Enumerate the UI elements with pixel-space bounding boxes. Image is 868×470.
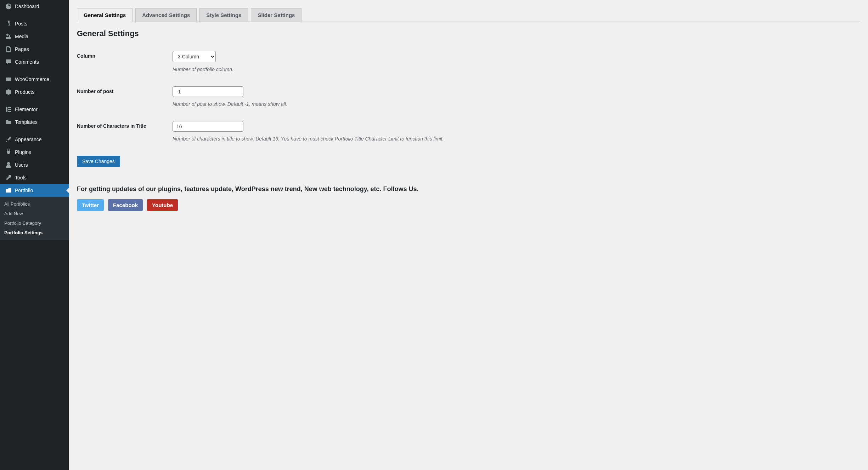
portfolio-icon <box>5 187 12 194</box>
svg-point-5 <box>7 162 10 165</box>
tab-general-settings[interactable]: General Settings <box>77 8 133 22</box>
submenu-item-all-portfolios[interactable]: All Portfolios <box>0 199 69 209</box>
settings-tabs: General Settings Advanced Settings Style… <box>77 8 860 22</box>
sidebar-item-label: WooCommerce <box>15 76 49 82</box>
admin-sidebar: Dashboard Posts Media Pages Commen <box>0 0 69 470</box>
portfolio-submenu: All Portfolios Add New Portfolio Categor… <box>0 197 69 240</box>
chars-label: Number of Characters in Title <box>77 121 173 129</box>
sidebar-item-elementor[interactable]: Elementor <box>0 103 69 116</box>
column-select[interactable]: 3 Column <box>173 51 216 62</box>
save-button[interactable]: Save Changes <box>77 156 120 167</box>
submenu-item-add-new[interactable]: Add New <box>0 209 69 218</box>
sidebar-item-media[interactable]: Media <box>0 30 69 43</box>
media-icon <box>5 33 12 40</box>
svg-rect-0 <box>6 78 11 81</box>
sidebar-item-label: Users <box>15 162 28 168</box>
main-content: General Settings Advanced Settings Style… <box>69 0 868 470</box>
tab-advanced-settings[interactable]: Advanced Settings <box>135 8 197 22</box>
sidebar-item-pages[interactable]: Pages <box>0 43 69 56</box>
column-label: Column <box>77 51 173 59</box>
column-hint: Number of portfolio column. <box>173 67 860 72</box>
sidebar-item-label: Plugins <box>15 149 31 155</box>
sidebar-item-label: Tools <box>15 175 27 180</box>
elementor-icon <box>5 106 12 113</box>
sidebar-item-label: Pages <box>15 46 29 52</box>
sidebar-item-users[interactable]: Users <box>0 159 69 171</box>
submenu-item-portfolio-settings[interactable]: Portfolio Settings <box>0 228 69 237</box>
social-links: Twitter Facebook Youtube <box>77 199 860 211</box>
sidebar-item-label: Comments <box>15 59 39 65</box>
follow-heading: For getting updates of our plugins, feat… <box>77 185 860 193</box>
sidebar-item-woocommerce[interactable]: WooCommerce <box>0 73 69 86</box>
sidebar-item-plugins[interactable]: Plugins <box>0 146 69 159</box>
folder-icon <box>5 119 12 126</box>
sidebar-item-portfolio[interactable]: Portfolio <box>0 184 69 197</box>
sidebar-item-templates[interactable]: Templates <box>0 116 69 128</box>
form-row-column: Column 3 Column Number of portfolio colu… <box>77 51 860 72</box>
posts-input[interactable] <box>173 86 243 97</box>
sidebar-item-label: Appearance <box>15 137 42 142</box>
svg-rect-4 <box>8 111 11 112</box>
sidebar-item-posts[interactable]: Posts <box>0 17 69 30</box>
sidebar-item-products[interactable]: Products <box>0 86 69 98</box>
sidebar-item-tools[interactable]: Tools <box>0 171 69 184</box>
sidebar-item-label: Products <box>15 89 34 95</box>
sidebar-item-appearance[interactable]: Appearance <box>0 133 69 146</box>
facebook-button[interactable]: Facebook <box>108 199 143 211</box>
menu-separator <box>0 70 69 71</box>
chars-hint: Number of characters in title to show. D… <box>173 136 860 142</box>
youtube-button[interactable]: Youtube <box>147 199 178 211</box>
comment-icon <box>5 58 12 65</box>
sidebar-item-label: Portfolio <box>15 188 33 193</box>
dashboard-icon <box>5 3 12 10</box>
tab-slider-settings[interactable]: Slider Settings <box>251 8 301 22</box>
submenu-item-portfolio-category[interactable]: Portfolio Category <box>0 218 69 228</box>
woocommerce-icon <box>5 76 12 83</box>
pin-icon <box>5 20 12 27</box>
plug-icon <box>5 149 12 156</box>
wrench-icon <box>5 174 12 181</box>
sidebar-item-label: Posts <box>15 21 27 27</box>
sidebar-item-label: Templates <box>15 119 38 125</box>
svg-rect-1 <box>6 107 7 112</box>
chars-input[interactable] <box>173 121 243 132</box>
posts-hint: Number of post to show. Default -1, mean… <box>173 101 860 107</box>
page-icon <box>5 46 12 53</box>
svg-rect-3 <box>8 109 11 110</box>
sidebar-item-comments[interactable]: Comments <box>0 56 69 68</box>
sidebar-item-label: Elementor <box>15 107 38 112</box>
sidebar-item-label: Media <box>15 34 28 39</box>
menu-separator <box>0 14 69 16</box>
page-title: General Settings <box>77 29 860 38</box>
menu-separator <box>0 100 69 102</box>
user-icon <box>5 161 12 168</box>
form-row-chars: Number of Characters in Title Number of … <box>77 121 860 142</box>
sidebar-item-dashboard[interactable]: Dashboard <box>0 0 69 13</box>
posts-label: Number of post <box>77 86 173 94</box>
svg-rect-2 <box>8 107 11 108</box>
tab-style-settings[interactable]: Style Settings <box>199 8 248 22</box>
sidebar-item-label: Dashboard <box>15 4 39 9</box>
brush-icon <box>5 136 12 143</box>
products-icon <box>5 88 12 96</box>
menu-separator <box>0 130 69 132</box>
twitter-button[interactable]: Twitter <box>77 199 104 211</box>
form-row-posts: Number of post Number of post to show. D… <box>77 86 860 107</box>
